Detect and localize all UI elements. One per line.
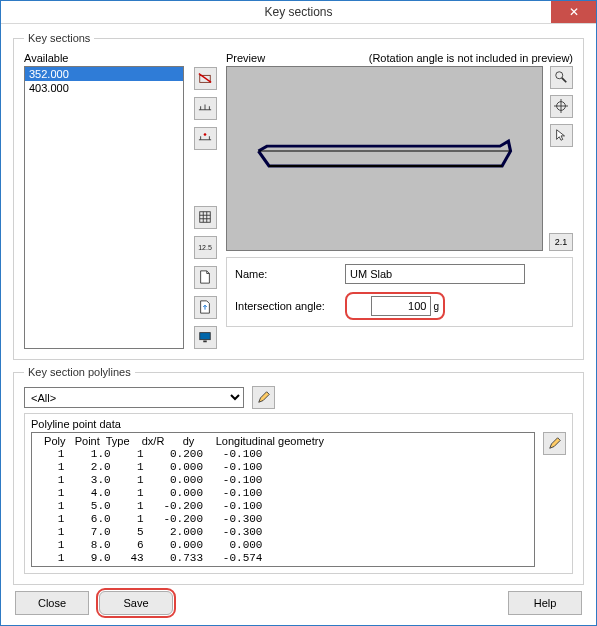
titlebar: Key sections ✕ [1,1,596,24]
angle-highlight: g [345,292,445,320]
name-label: Name: [235,268,345,280]
key-sections-group: Key sections Available 352.000403.000 [13,32,584,360]
svg-rect-3 [200,211,211,222]
copy-table-button[interactable] [194,206,217,229]
bridge-icon [198,101,212,117]
name-angle-box: Name: Intersection angle: g [226,257,573,327]
table-row[interactable]: 1 1.0 1 0.200 -0.100 [38,448,528,461]
preview-canvas[interactable] [226,66,543,251]
polylines-group: Key section polylines <All> Polyline poi… [13,366,584,585]
svg-line-11 [562,77,566,81]
available-label: Available [24,52,184,64]
monitor-icon [198,330,212,346]
point-data-group: Polyline point data Poly Point Type dx/R… [24,413,573,574]
document-import-icon [198,300,212,316]
preview-side-tools: 2.1 [549,66,573,251]
list-item[interactable]: 352.000 [25,67,183,81]
document-icon [198,270,212,286]
close-icon: ✕ [569,5,579,19]
intersection-angle-input[interactable] [371,296,431,316]
table-row[interactable]: 1 3.0 1 0.000 -0.100 [38,474,528,487]
import-doc-button[interactable] [194,296,217,319]
list-item[interactable]: 403.000 [25,81,183,95]
help-button[interactable]: Help [508,591,582,615]
bridge-edit-icon [198,131,212,147]
rotation-note: (Rotation angle is not included in previ… [369,52,573,64]
table-header: Poly Point Type dx/R dy Longitudinal geo… [38,435,528,448]
delete-icon [198,71,212,87]
polyline-filter-dropdown[interactable]: <All> [24,387,244,408]
tool-column: 12.5 [192,52,218,349]
table-row[interactable]: 1 2.0 1 0.000 -0.100 [38,461,528,474]
scale-label: 12.5 [198,244,212,251]
apply-section-button[interactable] [194,97,217,120]
dialog-button-bar: Close Save Help [13,591,584,615]
key-sections-legend: Key sections [24,32,94,44]
key-sections-dialog: Key sections ✕ Key sections Available 35… [0,0,597,626]
crosshair-icon [554,99,568,115]
point-data-table[interactable]: Poly Point Type dx/R dy Longitudinal geo… [31,432,535,567]
magnifier-icon [554,70,568,86]
screen-button[interactable] [194,326,217,349]
table-row[interactable]: 1 4.0 1 0.000 -0.100 [38,487,528,500]
scale-button[interactable]: 12.5 [194,236,217,259]
svg-point-2 [204,133,207,136]
export-doc-button[interactable] [194,266,217,289]
preview-column: Preview (Rotation angle is not included … [226,52,573,349]
table-row[interactable]: 1 8.0 6 0.000 0.000 [38,539,528,552]
table-row[interactable]: 1 5.0 1 -0.200 -0.100 [38,500,528,513]
cursor-icon [554,128,568,144]
pencil-icon [548,436,562,452]
preview-scale-label: 2.1 [549,233,573,251]
delete-section-button[interactable] [194,67,217,90]
available-listbox[interactable]: 352.000403.000 [24,66,184,349]
name-input[interactable] [345,264,525,284]
angle-unit: g [433,301,439,312]
window-title: Key sections [264,5,332,19]
angle-label: Intersection angle: [235,300,345,312]
svg-rect-9 [203,340,207,342]
table-row[interactable]: 1 7.0 5 2.000 -0.300 [38,526,528,539]
pointer-button[interactable] [550,124,573,147]
svg-point-10 [556,71,563,78]
polylines-legend: Key section polylines [24,366,135,378]
point-data-label: Polyline point data [31,418,566,430]
table-row[interactable]: 1 9.0 43 0.733 -0.574 [38,552,528,565]
save-button[interactable]: Save [99,591,173,615]
available-column: Available 352.000403.000 [24,52,184,349]
zoom-fit-button[interactable] [550,66,573,89]
grid-icon [198,210,212,226]
edit-polyline-button[interactable] [252,386,275,409]
pencil-icon [257,390,271,406]
edit-section-button[interactable] [194,127,217,150]
svg-rect-8 [200,332,211,339]
close-button[interactable]: Close [15,591,89,615]
zoom-center-button[interactable] [550,95,573,118]
preview-label: Preview [226,52,265,64]
close-window-button[interactable]: ✕ [551,1,596,23]
table-row[interactable]: 1 6.0 1 -0.200 -0.300 [38,513,528,526]
edit-points-button[interactable] [543,432,566,455]
